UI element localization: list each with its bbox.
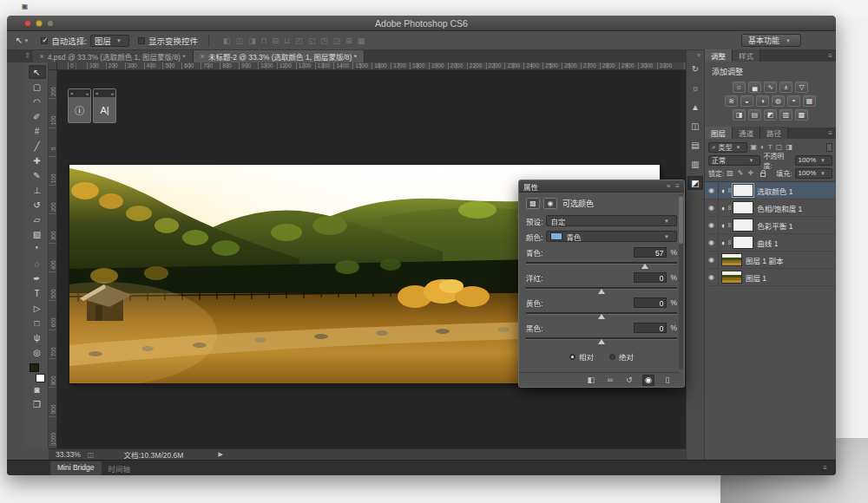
ai-icon[interactable]: A|	[94, 97, 115, 122]
vertical-ruler[interactable]: 3002001000100200300400500600700800900100…	[49, 70, 57, 448]
posterize-icon[interactable]: ▤	[748, 109, 761, 121]
levels-icon[interactable]: ▄	[748, 82, 761, 93]
close-icon[interactable]: ×	[95, 91, 99, 96]
gradient-map-icon[interactable]: ▥	[779, 109, 792, 121]
close-tab-icon[interactable]: ×	[201, 52, 205, 61]
zoom-level-field[interactable]: 33.33%	[56, 450, 81, 459]
preset-dropdown[interactable]: 自定 ▼	[546, 215, 677, 226]
channel-mixer-icon[interactable]: ◓	[787, 95, 800, 107]
tab-styles[interactable]: 样式	[733, 49, 760, 62]
gradient-tool[interactable]: ▧	[29, 227, 46, 241]
close-tab-icon[interactable]: ×	[40, 52, 44, 61]
adjustment-layer-icon[interactable]: ◐	[721, 204, 726, 212]
curves-icon[interactable]: ∿	[764, 82, 777, 93]
selective-color-thumb-icon[interactable]: ▩	[526, 198, 540, 209]
panel-menu-icon[interactable]: ≡	[675, 182, 680, 190]
quick-mask-button[interactable]: ◙	[29, 382, 46, 396]
layer-visibility-icon[interactable]: ◉	[705, 182, 719, 199]
adjustment-layer-icon[interactable]: ◐	[721, 221, 726, 230]
adjustments-dock-icon[interactable]: ☼	[687, 81, 703, 95]
status-flyout-icon[interactable]: ▶	[218, 451, 222, 458]
tab-paths[interactable]: 路径	[760, 127, 788, 139]
screen-mode-button[interactable]: ❐	[29, 397, 46, 411]
blur-tool[interactable]: ❜	[29, 242, 46, 256]
path-selection-tool[interactable]: ▷	[29, 301, 46, 315]
layer-filter-dropdown[interactable]: ⌕ 类型 ▼	[708, 142, 747, 153]
vibrance-icon[interactable]: ▽	[795, 82, 808, 93]
tab-timeline[interactable]: 时间轴	[102, 461, 138, 475]
slider-track[interactable]	[526, 310, 677, 319]
collapse-panel-icon[interactable]: »	[667, 182, 670, 190]
info-mini-window[interactable]: × » ⓘ	[68, 88, 91, 123]
properties-panel-icon[interactable]: ◩	[687, 176, 703, 190]
show-transform-checkbox[interactable]	[138, 37, 145, 44]
layer-visibility-icon[interactable]: ◉	[705, 252, 719, 268]
hand-tool[interactable]: ψ	[29, 330, 46, 344]
hue-saturation-icon[interactable]: ≋	[725, 95, 738, 107]
tab-adjustments[interactable]: 调整	[705, 49, 733, 62]
auto-select-dropdown[interactable]: 图层 ▼	[90, 35, 129, 47]
layer-name[interactable]: 选取颜色 1	[757, 186, 792, 196]
lock-position-icon[interactable]: ✛	[748, 169, 754, 177]
shape-tool[interactable]: □	[29, 316, 46, 330]
properties-panel-header[interactable]: 属性 » ≡	[519, 180, 684, 193]
brightness-contrast-icon[interactable]: ☼	[733, 82, 746, 93]
history-brush-panel-icon[interactable]: ↻	[687, 62, 703, 75]
clone-stamp-tool[interactable]: ⊥	[29, 183, 46, 197]
doc-tab-4psd[interactable]: × 4.psd @ 33.3% (选取颜色 1, 图层蒙版/8) *	[33, 50, 194, 62]
layer-name[interactable]: 图层 1 副本	[746, 255, 783, 265]
collapse-icon[interactable]: »	[111, 91, 114, 96]
filter-pixel-layers-icon[interactable]: ▣	[750, 143, 757, 151]
layer-mask-thumbnail[interactable]	[733, 219, 753, 232]
layer-1[interactable]: ◉ ◐ 8 图层 1	[705, 269, 836, 286]
histogram-panel-icon[interactable]: ▲	[687, 100, 703, 114]
tab-layers[interactable]: 图层	[705, 127, 733, 139]
lock-all-icon[interactable]	[760, 173, 766, 177]
healing-brush-tool[interactable]: ✚	[29, 154, 46, 167]
fill-dropdown[interactable]: 100% ▼	[795, 168, 832, 179]
clip-to-layer-icon[interactable]: ◧	[585, 375, 597, 386]
layer-name[interactable]: 曲线 1	[757, 238, 778, 248]
color-lookup-icon[interactable]: ▦	[803, 95, 816, 107]
slider-track[interactable]	[526, 260, 677, 269]
slider-thumb[interactable]	[598, 339, 605, 344]
selective-color-adj-icon[interactable]: ▩	[795, 109, 808, 121]
move-tool-option-icon[interactable]: ↖	[16, 36, 23, 45]
panel-menu-icon[interactable]: ≡	[828, 52, 832, 60]
slider-thumb[interactable]	[641, 264, 648, 269]
pen-tool[interactable]: ✒	[29, 271, 46, 285]
layer-mask-thumbnail[interactable]	[733, 201, 753, 214]
blend-mode-dropdown[interactable]: 正常 ▼	[708, 155, 760, 166]
lasso-tool[interactable]: ◠	[29, 95, 46, 108]
panel-menu-icon[interactable]: ≡	[828, 129, 832, 137]
slider-track[interactable]	[526, 285, 677, 294]
lock-transparency-icon[interactable]: ▨	[727, 169, 733, 177]
layer-visibility-icon[interactable]: ◉	[705, 199, 719, 216]
layer-name[interactable]: 色彩平衡 1	[757, 220, 792, 231]
properties-scrollbar[interactable]	[679, 194, 683, 369]
background-color-swatch[interactable]	[36, 374, 45, 382]
slider-value-field[interactable]: 0	[634, 323, 667, 333]
auto-select-checkbox[interactable]	[41, 37, 48, 44]
layer-visibility-icon[interactable]: ◉	[705, 217, 719, 233]
lock-pixels-icon[interactable]: ✎	[738, 169, 744, 177]
move-tool[interactable]: ↖	[29, 65, 46, 79]
character-panel-icon[interactable]: ▤	[687, 138, 703, 152]
info-icon[interactable]: ⓘ	[69, 97, 90, 122]
previous-state-icon[interactable]: ∞	[604, 375, 616, 386]
layer-visibility-icon[interactable]: ◉	[705, 269, 719, 285]
adjustment-layer-icon[interactable]: ◐	[721, 238, 726, 247]
layer-curves-1[interactable]: ◉ ◐ 8 曲线 1	[705, 234, 836, 252]
bottom-bar-menu-icon[interactable]: ≡	[823, 464, 827, 472]
layer-mask-thumbnail[interactable]	[721, 271, 742, 284]
slider-track[interactable]	[526, 336, 677, 344]
layer-mask-thumbnail[interactable]	[733, 236, 753, 249]
photo-filter-icon[interactable]: ◍	[772, 95, 785, 107]
zoom-tool[interactable]: ◎	[29, 345, 46, 359]
layer-mask-icon[interactable]: ◉	[543, 198, 557, 209]
adjustment-layer-icon[interactable]: ◐	[721, 186, 726, 195]
type-tool[interactable]: T	[29, 286, 46, 300]
visibility-icon[interactable]: ◉	[642, 375, 654, 386]
quick-selection-tool[interactable]: ✐	[29, 109, 46, 123]
filter-toggle-switch[interactable]	[826, 143, 832, 152]
